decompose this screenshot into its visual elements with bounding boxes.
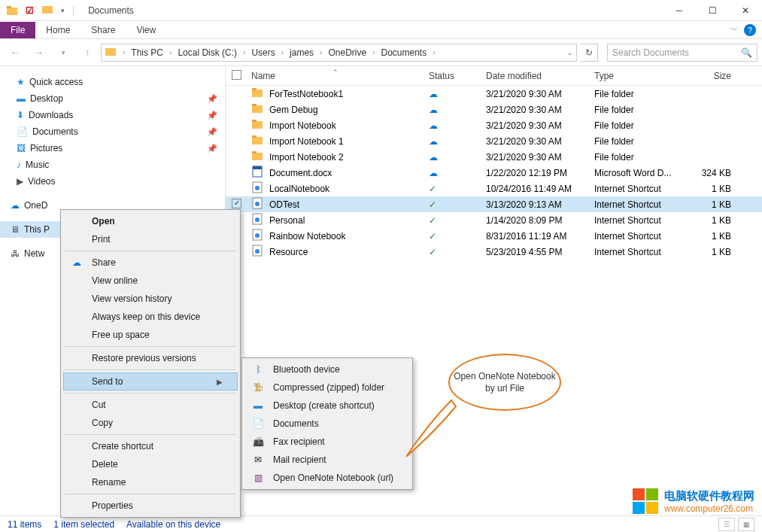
search-icon: 🔍 [741,47,752,58]
sidebar-desktop[interactable]: ▬Desktop📌 [0,90,225,107]
crumb-users[interactable]: Users [251,47,275,58]
breadcrumb[interactable]: › This PC› Local Disk (C:)› Users› james… [101,44,577,62]
ctx-label: Desktop (create shortcut) [273,400,395,411]
crumb-this-pc[interactable]: This PC [131,47,163,58]
sidebar-downloads[interactable]: ⬇Downloads📌 [0,107,225,123]
help-button[interactable]: ? [744,24,756,36]
sendto-mail[interactable]: ✉Mail recipient [244,451,410,469]
search-box[interactable]: Search Documents 🔍 [607,44,757,62]
qat-dropdown-icon[interactable]: ▾ [61,7,65,14]
row-checkbox[interactable] [232,199,241,208]
svg-rect-2 [42,6,53,14]
ctx-always-keep[interactable]: Always keep on this device [63,308,238,326]
svg-rect-11 [252,135,257,138]
ctx-create-shortcut[interactable]: Create shortcut [63,437,238,455]
refresh-button[interactable]: ↻ [580,44,598,62]
ctx-restore-versions[interactable]: Restore previous versions [63,349,238,367]
callout-text: Open OneNote Notebook by url File [450,370,560,394]
sidebar-pictures[interactable]: 🖼Pictures📌 [0,140,225,157]
column-size[interactable]: Size [683,71,736,81]
sendto-desktop[interactable]: ▬Desktop (create shortcut) [244,397,410,415]
ribbon-collapse-icon[interactable]: ﹀ [730,25,738,35]
ribbon-tab-share[interactable]: Share [80,22,126,38]
ctx-copy[interactable]: Copy [63,414,238,432]
ctx-properties[interactable]: Properties [63,497,238,515]
ctx-send-to[interactable]: Send to▶ [63,372,238,391]
ctx-label: Mail recipient [273,454,395,465]
sendto-onenote[interactable]: ▥Open OneNote Notebook (url) [244,469,410,487]
file-name: LocalNotebook [269,184,329,194]
qat-properties-icon[interactable]: ☑ [26,5,34,16]
ctx-label: Send to [92,376,209,387]
file-type: Internet Shortcut [590,215,683,226]
nav-back-button[interactable]: ← [5,44,26,62]
sendto-fax[interactable]: 📠Fax recipient [244,433,410,451]
sidebar-quick-access[interactable]: ★Quick access [0,74,225,90]
ctx-print[interactable]: Print [63,230,238,248]
ctx-label: Print [92,234,223,245]
nav-forward-button[interactable]: → [29,44,50,62]
ctx-rename[interactable]: Rename [63,473,238,491]
crumb-documents[interactable]: Documents [381,47,427,58]
file-icon [251,87,263,101]
crumb-local-disk[interactable]: Local Disk (C:) [178,47,237,58]
table-row[interactable]: LocalNotebook✓10/24/2016 11:49 AMInterne… [226,181,762,196]
table-row[interactable]: ForTestNotebook1☁3/21/2020 9:30 AMFile f… [226,86,762,102]
select-all-checkbox[interactable] [232,70,241,80]
table-row[interactable]: ODTest✓3/13/2020 9:13 AMInternet Shortcu… [226,196,762,212]
ctx-label: Bluetooth device [273,364,395,375]
column-name[interactable]: Name⌃ [247,71,424,81]
qat-newfolder-icon[interactable] [41,3,53,17]
ctx-share[interactable]: ☁Share [63,254,238,272]
table-row[interactable]: Document.docx☁1/22/2020 12:19 PMMicrosof… [226,165,762,181]
details-view-button[interactable]: ☰ [718,518,735,531]
sendto-documents[interactable]: 📄Documents [244,415,410,433]
svg-point-21 [255,217,260,222]
sidebar-music[interactable]: ♪Music [0,157,225,173]
table-row[interactable]: Rainbow Notebook✓8/31/2016 11:19 AMInter… [226,228,762,244]
ctx-version-history[interactable]: View version history [63,290,238,308]
thumbnails-view-button[interactable]: ▦ [738,518,754,531]
file-type: File folder [590,89,683,99]
sidebar-documents[interactable]: 📄Documents📌 [0,123,225,140]
sidebar-videos[interactable]: ▶Videos [0,173,225,190]
crumb-james[interactable]: james [290,47,314,58]
close-button[interactable]: ✕ [729,0,762,21]
ribbon-tab-view[interactable]: View [126,22,166,38]
column-type[interactable]: Type [590,71,683,81]
table-row[interactable]: Import Notebook☁3/21/2020 9:30 AMFile fo… [226,117,762,133]
table-row[interactable]: Personal✓1/14/2020 8:09 PMInternet Short… [226,212,762,228]
ribbon-tab-home[interactable]: Home [35,22,80,38]
ctx-label: Fax recipient [273,436,395,447]
crumb-onedrive[interactable]: OneDrive [328,47,366,58]
column-date[interactable]: Date modified [481,71,590,81]
table-row[interactable]: Resource✓5/23/2019 4:55 PMInternet Short… [226,244,762,260]
table-row[interactable]: Gem Debug☁3/21/2020 9:30 AMFile folder [226,102,762,117]
annotation-callout: Open OneNote Notebook by url File [448,354,561,411]
column-status[interactable]: Status [424,71,481,81]
sendto-zip[interactable]: 🗜Compressed (zipped) folder [244,378,410,397]
ribbon-tab-file[interactable]: File [0,22,35,38]
sidebar-item-label: Music [26,160,49,170]
separator [65,393,236,394]
maximize-button[interactable]: ☐ [696,0,729,21]
ctx-view-online[interactable]: View online [63,272,238,290]
bluetooth-icon: ᛒ [250,364,266,375]
nav-recent-dropdown[interactable]: ▾ [53,44,74,62]
address-dropdown-icon[interactable]: ⌄ [567,49,573,56]
zip-icon: 🗜 [250,382,266,393]
pin-icon: 📌 [207,111,217,120]
ctx-delete[interactable]: Delete [63,455,238,473]
ctx-free-space[interactable]: Free up space [63,326,238,344]
file-icon [251,118,263,132]
ctx-label: Open [92,216,223,226]
file-date: 10/24/2016 11:49 AM [481,184,590,194]
ctx-open[interactable]: Open [63,212,238,230]
table-row[interactable]: Import Notebook 2☁3/21/2020 9:30 AMFile … [226,149,762,165]
ctx-cut[interactable]: Cut [63,396,238,414]
nav-up-button[interactable]: ↑ [77,44,98,62]
downloads-icon: ⬇ [17,110,24,120]
table-row[interactable]: Import Notebook 1☁3/21/2020 9:30 AMFile … [226,133,762,149]
minimize-button[interactable]: ─ [663,0,696,21]
sendto-bluetooth[interactable]: ᛒBluetooth device [244,360,410,378]
